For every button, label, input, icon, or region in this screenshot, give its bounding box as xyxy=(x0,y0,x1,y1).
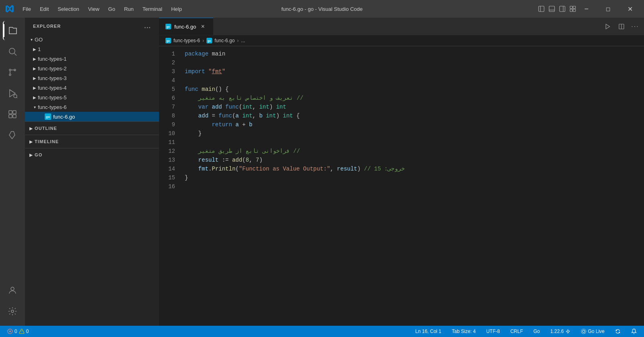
breadcrumb-file[interactable]: func-6.go xyxy=(215,38,235,43)
tree-item-func-types-4[interactable]: ▶ func-types-4 xyxy=(25,83,159,92)
tab-file-icon: go xyxy=(165,24,171,29)
svg-marker-24 xyxy=(606,24,609,29)
activity-source-control[interactable] xyxy=(3,63,22,82)
section-arrow-outline: ▶ xyxy=(28,125,35,132)
activity-search[interactable] xyxy=(3,42,22,61)
tree-arrow-ft5: ▶ xyxy=(31,94,38,101)
tree-item-func-6-go[interactable]: go func-6.go xyxy=(25,112,159,121)
activity-explorer[interactable] xyxy=(3,21,22,40)
tree-item-func-types-3[interactable]: ▶ func-types-3 xyxy=(25,73,159,83)
code-line-1: package main xyxy=(185,49,640,58)
tab-close-button[interactable]: ✕ xyxy=(199,23,206,30)
code-line-4 xyxy=(185,76,640,85)
code-content[interactable]: package main import "fmt" func main() { … xyxy=(182,49,640,323)
tree-label-go: GO xyxy=(35,37,159,43)
tree-arrow-ft4: ▶ xyxy=(31,84,38,91)
tree-item-func-types-1[interactable]: ▶ func-types-1 xyxy=(25,54,159,64)
close-button[interactable]: ✕ xyxy=(621,3,639,15)
titlebar: File Edit Selection View Go Run Terminal… xyxy=(0,0,644,18)
main-area: EXPLORER ... ▾ GO ▶ 1 ▶ func-types-1 ▶ xyxy=(0,18,644,326)
svg-point-23 xyxy=(11,310,14,312)
svg-rect-18 xyxy=(9,111,12,114)
svg-point-10 xyxy=(9,48,15,54)
status-go-live[interactable]: Go Live xyxy=(578,326,607,337)
go-live-label: Go Live xyxy=(588,329,605,334)
svg-rect-7 xyxy=(573,6,576,8)
menu-terminal[interactable]: Terminal xyxy=(138,4,166,14)
status-sync[interactable] xyxy=(613,326,623,337)
restore-button[interactable]: ◻ xyxy=(599,3,617,15)
tree-root-go[interactable]: ▾ GO xyxy=(25,35,159,44)
code-editor[interactable]: 1 2 3 4 5 6 7 8 9 10 11 12 13 14 15 16 p… xyxy=(159,46,644,326)
status-line-ending[interactable]: CRLF xyxy=(508,326,525,337)
tree-arrow-ft3: ▶ xyxy=(31,75,38,81)
tree-item-1[interactable]: ▶ 1 xyxy=(25,44,159,54)
line-num-11: 11 xyxy=(159,138,175,147)
more-actions-button[interactable]: ··· xyxy=(630,21,641,32)
activity-extensions[interactable] xyxy=(3,105,22,124)
run-button[interactable] xyxy=(602,21,613,32)
breadcrumb-folder[interactable]: func-types-6 xyxy=(173,38,200,43)
tab-func-6-go[interactable]: go func-6.go ✕ xyxy=(159,18,213,35)
tree-arrow-ft1: ▶ xyxy=(31,55,38,62)
toggle-secondary-sidebar-btn[interactable] xyxy=(558,4,567,13)
tree-arrow-ft6: ▾ xyxy=(31,104,38,110)
tree-item-func-types-2[interactable]: ▶ func-types-2 xyxy=(25,64,159,73)
menu-help[interactable]: Help xyxy=(167,4,186,14)
status-tab-size[interactable]: Tab Size: 4 xyxy=(450,326,478,337)
menu-go[interactable]: Go xyxy=(104,4,119,14)
titlebar-menu: File Edit Selection View Go Run Terminal… xyxy=(19,4,537,14)
section-header-go[interactable]: ▶ GO xyxy=(25,150,159,160)
menu-selection[interactable]: Selection xyxy=(54,4,83,14)
tree-label-ft3: func-types-3 xyxy=(38,75,159,81)
status-position[interactable]: Ln 16, Col 1 xyxy=(413,326,444,337)
sidebar: EXPLORER ... ▾ GO ▶ 1 ▶ func-types-1 ▶ xyxy=(25,18,159,326)
line-num-16: 16 xyxy=(159,182,175,191)
line-ending-label: CRLF xyxy=(510,329,523,334)
go-file-icon: go xyxy=(44,113,52,120)
status-encoding[interactable]: UTF-8 xyxy=(484,326,502,337)
tree-label-1: 1 xyxy=(38,46,159,52)
activity-settings[interactable] xyxy=(3,302,22,321)
toggle-panel-btn[interactable] xyxy=(547,4,556,13)
svg-rect-2 xyxy=(549,6,555,12)
line-num-4: 4 xyxy=(159,76,175,85)
status-language[interactable]: Go xyxy=(531,326,542,337)
menu-edit[interactable]: Edit xyxy=(36,4,53,14)
code-line-7: var add func(int, int) int xyxy=(185,103,640,111)
status-errors[interactable]: 0 0 xyxy=(5,326,31,337)
menu-run[interactable]: Run xyxy=(120,4,138,14)
editor-actions: ··· xyxy=(599,18,644,35)
tree-arrow-1: ▶ xyxy=(31,46,38,52)
tree-item-func-types-5[interactable]: ▶ func-types-5 xyxy=(25,92,159,102)
tree-item-func-types-6[interactable]: ▾ func-types-6 xyxy=(25,102,159,112)
status-go-version[interactable]: 1.22.6 xyxy=(548,326,572,337)
sidebar-header: EXPLORER ... xyxy=(25,18,159,33)
menu-view[interactable]: View xyxy=(84,4,103,14)
section-header-outline[interactable]: ▶ OUTLINE xyxy=(25,123,159,133)
section-header-timeline[interactable]: ▶ TIMELINE xyxy=(25,137,159,146)
customize-layout-btn[interactable] xyxy=(568,4,577,13)
split-editor-button[interactable] xyxy=(616,21,627,32)
minimize-button[interactable]: − xyxy=(577,3,596,15)
section-label-timeline: TIMELINE xyxy=(35,139,59,144)
sidebar-section-outline: ▶ OUTLINE xyxy=(25,121,159,135)
code-line-5: func main() { xyxy=(185,85,640,94)
svg-point-12 xyxy=(9,74,11,76)
tree-arrow-go: ▾ xyxy=(28,36,35,43)
svg-rect-6 xyxy=(570,6,572,8)
status-notifications[interactable] xyxy=(629,326,639,337)
activity-run-debug[interactable] xyxy=(3,84,22,103)
line-numbers: 1 2 3 4 5 6 7 8 9 10 11 12 13 14 15 16 xyxy=(159,49,182,323)
code-line-9: return a + b xyxy=(185,120,640,129)
sidebar-more-button[interactable]: ... xyxy=(144,23,151,30)
activity-testing[interactable] xyxy=(3,125,22,145)
toggle-sidebar-btn[interactable] xyxy=(537,4,546,13)
sidebar-section-go: ▶ GO xyxy=(25,148,159,161)
svg-point-22 xyxy=(11,287,14,290)
menu-file[interactable]: File xyxy=(19,4,35,14)
activity-accounts[interactable] xyxy=(3,281,22,300)
line-num-3: 3 xyxy=(159,67,175,76)
line-num-14: 14 xyxy=(159,164,175,173)
breadcrumb-symbol[interactable]: ... xyxy=(241,38,245,43)
